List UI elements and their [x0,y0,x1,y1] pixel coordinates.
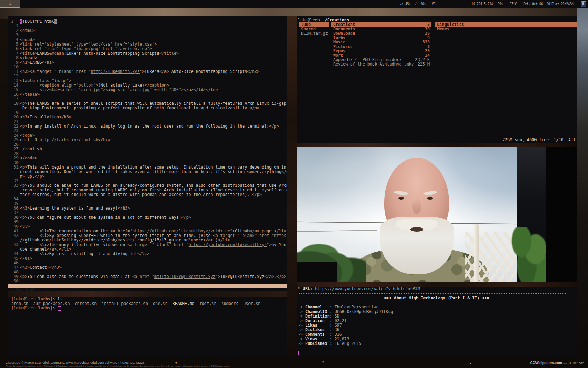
vim-line: 16</table> [11,92,287,97]
tray-icon[interactable] [581,1,586,7]
ranger-entry[interactable]: Shared [299,27,329,32]
file-name: sudoers [221,301,238,306]
ranger-entry[interactable]: Pictures6 [331,45,431,49]
ranger-parent-column: lukeSharedDCIM.tar.gz [299,22,329,36]
yt-field: -> Channel : ThuleanPerspective [297,305,577,309]
ytviewer-window[interactable]: * URL: https://www.youtube.com/watch?v=6… [297,287,577,357]
vim-line: ther distros, but it should work on a di… [11,192,287,197]
video-frame[interactable] [297,147,546,282]
volume-label: VOL [432,0,437,8]
vim-line: 11<h2><a target="_blank" href="http://lu… [11,69,287,74]
statusbar: 1 ▪: 45% /: 36% VOL 10.201.5.234 99% 37°… [0,0,588,8]
vim-line: 28 [11,151,287,156]
vim-line: 3 [11,33,287,38]
ranger-entry[interactable]: Linguistics [435,22,577,27]
vim-line: m> up.</p> [11,174,287,179]
file-name: root.sh [200,301,217,306]
separator: ----------------------------------------… [297,291,577,296]
vim-filename: index.html [11,288,35,291]
terminal-cursor [298,351,301,355]
vim-line: 39 [11,220,287,224]
temperature-stat: 37°C [510,0,517,8]
ranger-preview-column: LinguisticsMemes [435,22,577,31]
vim-line: 27./root.sh [11,147,287,151]
blank-line [297,300,577,305]
ranger-entry[interactable]: luke [299,22,329,27]
yt-metadata: -> Channel : ThuleanPerspective-> Channe… [297,305,577,346]
disk-stat: /: 36% [415,0,426,8]
yt-url-line: * URL: https://www.youtube.com/watch?v=6… [297,287,577,291]
yt-field: -> Views : 21,873 [297,337,577,341]
vim-line: 29</code> [11,156,287,161]
ranger-entry[interactable]: DCIM.tar.gz [299,31,329,36]
vim-line: 45</ul> [11,256,287,261]
file-name: one.sh [153,301,168,306]
yt-field: -> Dislikes : 36 [297,328,577,332]
mouth [410,227,424,232]
vim-window[interactable]: 1<!DOCTYPE html>12<html>34<head>5<link r… [8,16,287,291]
wallpaper-credit: Cityscape © Marco Bauriedel, Germany, ww… [6,361,144,364]
file-name: README.md [173,301,195,306]
vim-line: 26 [11,142,287,147]
vim-statusline: index.html 1,1 Top [8,284,287,288]
shell-prompt-line: [luke@leeb larbs]$ [8,306,287,311]
vim-line: 15 <tr><td><a href="arch.jpg"><img src="… [11,88,287,92]
file-info: 4 luke 1000 3 2017-08-08 15:20 [336,142,412,143]
terminal-window[interactable]: [luke@leeb larbs]$ ls arch.sh aur_packag… [8,297,287,357]
battery-stat: 99% [498,0,503,8]
vim-line: 49<p>You can also ask me questions via e… [11,274,287,279]
ranger-entry[interactable]: Appendix C- PhD Program.docx23.2 K [331,57,431,62]
ranger-entry[interactable]: Creations3 [331,22,431,27]
yt-video-url[interactable]: https://www.youtube.com/watch?v=6Jntc2n6… [315,287,420,291]
powerline [297,230,377,232]
file-name: chroot.sh [75,301,97,306]
vim-line: 25curl -O http://larbs.xyz/root.sh</br> [11,138,287,142]
bar-underline-tan [522,7,574,7]
vim-line: 20<h3>Installation</h3> [11,115,287,120]
ranger-window[interactable]: luke@leeb ~/Creations lukeSharedDCIM.tar… [297,16,577,143]
ranger-entry[interactable]: Repos20 [331,49,431,53]
memory-stat: ▪: 45% [400,0,411,8]
nose [412,199,421,214]
eyebrow [394,191,408,195]
volume-slider[interactable] [440,4,464,4]
dark-foreground [297,262,337,282]
yt-field: -> Definition: SD [297,314,577,319]
workspace-indicator[interactable]: 1 [0,0,20,8]
ranger-entry[interactable]: Review of the book Ashtadhya~.mkv225 M [331,62,431,67]
ranger-entry[interactable]: Work24 [331,53,431,58]
bar-underline-grey [469,7,494,7]
ranger-entry[interactable]: Documents30 [331,27,431,32]
ranger-entry[interactable]: Music330 [331,40,431,45]
wallpaper-disclaimer: Please do not post this wallpaper online… [6,365,230,367]
vim-line: 22<p>In any install of Arch Linux, simpl… [11,124,287,129]
ranger-disk-usage: 225M sum, 460G free 1/10 All [503,138,576,142]
yt-field: -> Published : 16 Aug 2015 [297,341,577,346]
volume-slider-handle[interactable] [458,2,458,5]
vim-buffer: 1<!DOCTYPE html>12<html>34<head>5<link r… [11,19,287,284]
ranger-current-column: Creations3Documents30Downloads29larbs9Mu… [331,22,431,66]
ranger-entry[interactable]: larbs9 [331,36,431,40]
file-permissions: drwxr-xr-x [312,142,336,143]
yt-field: -> Comments : 316 [297,332,577,337]
wallpaper-brand: CGWallpapers.com host JTLnet.com [530,361,584,365]
vim-line: 7<title>LARBS&mdash;Luke's Auto-Rice Boo… [11,51,287,56]
vim-line: 36<h3>Learning the system is fun and eas… [11,206,287,211]
file-name: user.sh [243,301,260,306]
vim-line: 44 <li>By just installing it and diving … [11,252,287,256]
yt-field: -> Duration : 02:21 [297,319,577,323]
desktop: 1 ▪: 45% /: 36% VOL 10.201.5.234 99% 37°… [0,0,588,368]
file-name: arch.sh [11,301,28,306]
ranger-entry[interactable]: Memes [435,27,577,32]
vim-line: 1<!DOCTYPE html> [11,19,287,24]
separator: ----------------------------------------… [297,346,577,350]
vim-line: 9<h1>LARBS</h1> [11,60,287,65]
vim-line: ernet connection. Don't be worried if it… [11,170,287,174]
basil-plant [511,227,546,282]
mpv-window[interactable] [297,147,577,282]
ranger-entry[interactable]: Downloads29 [331,31,431,36]
eye [398,197,404,200]
file-name: install_packages.sh [102,301,148,306]
yt-cursor-line [297,350,577,355]
file-name: aur_packages.sh [33,301,70,306]
